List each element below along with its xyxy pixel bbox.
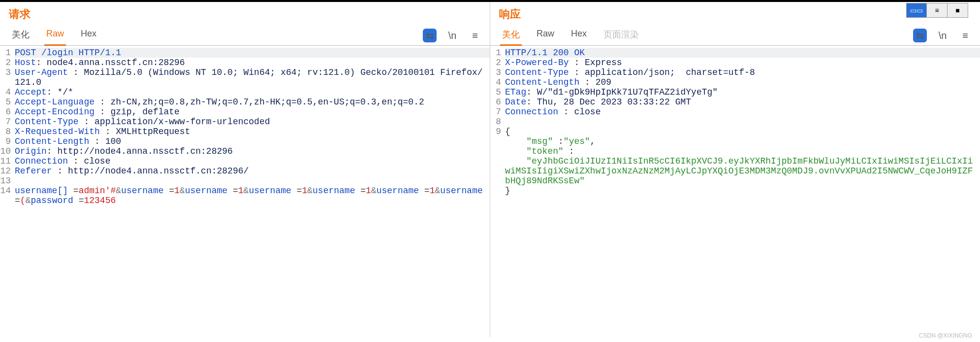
- code-line[interactable]: 7Content-Type : application/x-www-form-u…: [0, 117, 490, 127]
- line-number: 7: [0, 117, 15, 127]
- code-line[interactable]: 5ETag: W/"d1-gDk9HpIpKk71U7qTFAZ2idYyeTg…: [490, 87, 980, 97]
- line-number: 2: [0, 58, 15, 68]
- code-line[interactable]: "eyJhbGciOiJIUzI1NiIsInR5cCI6IkpXVCJ9.ey…: [490, 156, 980, 186]
- line-number: [490, 156, 505, 186]
- newline-icon[interactable]: \n: [936, 29, 949, 42]
- line-content[interactable]: Host: node4.anna.nssctf.cn:28296: [15, 58, 490, 68]
- line-content[interactable]: Content-Type : application/x-www-form-ur…: [15, 117, 490, 127]
- layout-toggle-group: ▭▭ ≡ ■: [906, 3, 968, 18]
- line-number: 8: [0, 127, 15, 137]
- line-content[interactable]: User-Agent : Mozilla/5.0 (Windows NT 10.…: [15, 68, 490, 87]
- line-content[interactable]: Date: Thu, 28 Dec 2023 03:33:22 GMT: [505, 97, 980, 107]
- line-content[interactable]: Accept-Encoding : gzip, deflate: [15, 107, 490, 117]
- code-line[interactable]: 9{: [490, 127, 980, 137]
- code-line[interactable]: 11Connection : close: [0, 156, 490, 166]
- response-viewer[interactable]: 1HTTP/1.1 200 OK2X-Powered-By : Express3…: [490, 46, 980, 196]
- format-icon[interactable]: ⇆: [913, 29, 927, 42]
- tab-raw[interactable]: Raw: [536, 26, 555, 45]
- code-line[interactable]: }: [490, 186, 980, 196]
- line-content[interactable]: Referer : http://node4.anna.nssctf.cn:28…: [15, 166, 490, 176]
- line-content[interactable]: Connection : close: [15, 156, 490, 166]
- line-content[interactable]: Content-Type : application/json; charset…: [505, 68, 980, 77]
- line-number: 3: [0, 68, 15, 87]
- line-content[interactable]: [505, 117, 980, 127]
- menu-icon[interactable]: ≡: [468, 29, 482, 42]
- code-line[interactable]: "msg" :"yes",: [490, 137, 980, 146]
- line-content[interactable]: X-Powered-By : Express: [505, 58, 980, 68]
- line-number: 4: [490, 77, 505, 87]
- line-number: [490, 137, 505, 146]
- code-line[interactable]: 14username[] =admin'#&username =1&userna…: [0, 186, 490, 205]
- code-line[interactable]: "token" :: [490, 146, 980, 156]
- line-content[interactable]: "eyJhbGciOiJIUzI1NiIsInR5cCI6IkpXVCJ9.ey…: [505, 156, 980, 186]
- tab-render[interactable]: 页面渲染: [602, 26, 640, 45]
- line-content[interactable]: Content-Length : 209: [505, 77, 980, 87]
- request-title: 请求: [0, 2, 490, 26]
- code-line[interactable]: 12Referer : http://node4.anna.nssctf.cn:…: [0, 166, 490, 176]
- line-content[interactable]: X-Requested-With : XMLHttpRequest: [15, 127, 490, 137]
- line-content[interactable]: Accept: */*: [15, 87, 490, 97]
- code-line[interactable]: 2Host: node4.anna.nssctf.cn:28296: [0, 58, 490, 68]
- line-number: 7: [490, 107, 505, 117]
- code-line[interactable]: 1HTTP/1.1 200 OK: [490, 48, 980, 58]
- code-line[interactable]: 8X-Requested-With : XMLHttpRequest: [0, 127, 490, 137]
- layout-columns-button[interactable]: ▭▭: [906, 3, 927, 18]
- line-content[interactable]: username[] =admin'#&username =1&username…: [15, 186, 490, 205]
- request-tabbar: 美化 Raw Hex ⇆ \n ≡: [0, 26, 490, 46]
- code-line[interactable]: 5Accept-Language : zh-CN,zh;q=0.8,zh-TW;…: [0, 97, 490, 107]
- line-number: 2: [490, 58, 505, 68]
- response-pane: 响应 美化 Raw Hex 页面渲染 ⇆ \n ≡ 1HTTP/1.1 200 …: [490, 2, 980, 337]
- line-content[interactable]: "msg" :"yes",: [505, 137, 980, 146]
- tab-beautify[interactable]: 美化: [11, 26, 31, 45]
- code-line[interactable]: 6Accept-Encoding : gzip, deflate: [0, 107, 490, 117]
- code-line[interactable]: 10Origin: http://node4.anna.nssctf.cn:28…: [0, 146, 490, 156]
- line-content[interactable]: }: [505, 186, 980, 196]
- layout-single-button[interactable]: ■: [948, 3, 968, 18]
- line-number: 12: [0, 166, 15, 176]
- request-editor[interactable]: 1POST /login HTTP/1.12Host: node4.anna.n…: [0, 46, 490, 205]
- line-number: [490, 146, 505, 156]
- request-pane: 请求 美化 Raw Hex ⇆ \n ≡ 1POST /login HTTP/1…: [0, 2, 490, 337]
- code-line[interactable]: 2X-Powered-By : Express: [490, 58, 980, 68]
- line-content[interactable]: Origin: http://node4.anna.nssctf.cn:2829…: [15, 146, 490, 156]
- line-number: [490, 186, 505, 196]
- line-number: 6: [0, 107, 15, 117]
- menu-icon[interactable]: ≡: [958, 29, 972, 42]
- code-line[interactable]: 9Content-Length : 100: [0, 137, 490, 146]
- line-number: 9: [490, 127, 505, 137]
- tab-hex[interactable]: Hex: [80, 26, 97, 45]
- line-content[interactable]: Content-Length : 100: [15, 137, 490, 146]
- code-line[interactable]: 3User-Agent : Mozilla/5.0 (Windows NT 10…: [0, 68, 490, 87]
- line-content[interactable]: HTTP/1.1 200 OK: [505, 48, 980, 58]
- watermark: CSDN @XIXINGNG: [919, 332, 972, 337]
- line-content[interactable]: Accept-Language : zh-CN,zh;q=0.8,zh-TW;q…: [15, 97, 490, 107]
- line-number: 14: [0, 186, 15, 205]
- code-line[interactable]: 4Accept: */*: [0, 87, 490, 97]
- line-content[interactable]: [15, 176, 490, 186]
- code-line[interactable]: 3Content-Type : application/json; charse…: [490, 68, 980, 77]
- line-number: 11: [0, 156, 15, 166]
- tab-beautify[interactable]: 美化: [501, 26, 521, 45]
- newline-icon[interactable]: \n: [445, 29, 459, 42]
- code-line[interactable]: 1POST /login HTTP/1.1: [0, 48, 490, 58]
- code-line[interactable]: 7Connection : close: [490, 107, 980, 117]
- tab-raw[interactable]: Raw: [45, 26, 65, 45]
- line-content[interactable]: ETag: W/"d1-gDk9HpIpKk71U7qTFAZ2idYyeTg": [505, 87, 980, 97]
- code-line[interactable]: 4Content-Length : 209: [490, 77, 980, 87]
- line-number: 8: [490, 117, 505, 127]
- line-number: 9: [0, 137, 15, 146]
- format-icon[interactable]: ⇆: [423, 29, 437, 42]
- code-line[interactable]: 6Date: Thu, 28 Dec 2023 03:33:22 GMT: [490, 97, 980, 107]
- line-content[interactable]: POST /login HTTP/1.1: [15, 48, 490, 58]
- line-content[interactable]: "token" :: [505, 146, 980, 156]
- line-content[interactable]: Connection : close: [505, 107, 980, 117]
- code-line[interactable]: 8: [490, 117, 980, 127]
- tab-hex[interactable]: Hex: [570, 26, 588, 45]
- layout-rows-button[interactable]: ≡: [927, 3, 948, 18]
- line-content[interactable]: {: [505, 127, 980, 137]
- code-line[interactable]: 13: [0, 176, 490, 186]
- line-number: 10: [0, 146, 15, 156]
- line-number: 4: [0, 87, 15, 97]
- line-number: 1: [490, 48, 505, 58]
- line-number: 1: [0, 48, 15, 58]
